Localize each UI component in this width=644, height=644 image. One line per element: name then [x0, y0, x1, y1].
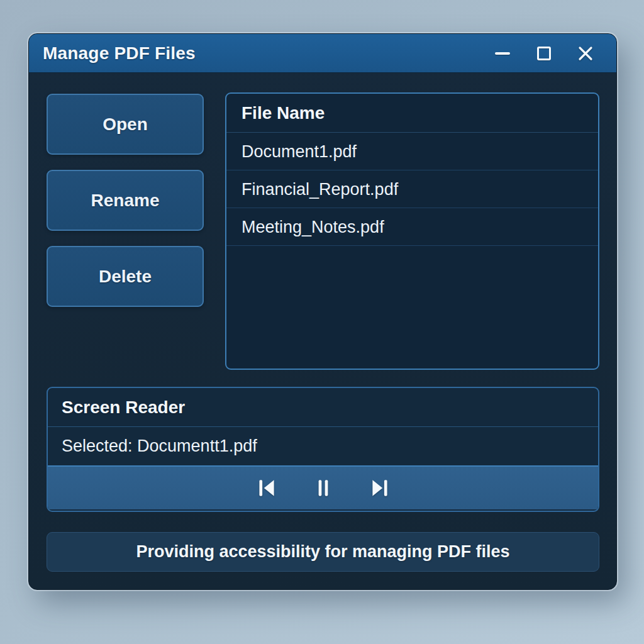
close-button[interactable] — [565, 34, 606, 73]
screen-reader-selected-text: Selected: Documentt1.pdf — [48, 427, 598, 465]
file-row[interactable]: Meeting_Notes.pdf — [226, 208, 598, 246]
skip-previous-icon — [255, 476, 279, 500]
rename-button[interactable]: Rename — [47, 170, 204, 231]
app-window: Manage PDF Files Open Rename Delete File… — [28, 33, 617, 590]
file-list: File Name Document1.pdf Financial_Report… — [225, 92, 599, 370]
file-row[interactable]: Document1.pdf — [226, 133, 598, 170]
screen-reader-panel: Screen Reader Selected: Documentt1.pdf — [47, 387, 599, 512]
file-row[interactable]: Financial_Report.pdf — [226, 170, 598, 208]
window-controls — [482, 34, 616, 73]
status-message: Providing accessibility for managing PDF… — [136, 542, 509, 562]
file-list-header: File Name — [226, 94, 598, 133]
maximize-button[interactable] — [523, 34, 565, 73]
window-title: Manage PDF Files — [29, 43, 196, 64]
title-bar[interactable]: Manage PDF Files — [29, 34, 616, 73]
close-icon — [577, 45, 594, 62]
skip-previous-button[interactable] — [253, 474, 280, 502]
skip-next-button[interactable] — [366, 474, 394, 502]
media-control-bar — [48, 465, 598, 509]
pause-button[interactable] — [309, 474, 337, 502]
status-bar: Providing accessibility for managing PDF… — [47, 532, 599, 572]
minimize-button[interactable] — [482, 34, 523, 73]
open-button[interactable]: Open — [47, 94, 204, 155]
delete-button[interactable]: Delete — [47, 246, 204, 307]
pause-icon — [311, 476, 335, 500]
screen-reader-title: Screen Reader — [48, 388, 598, 427]
minimize-icon — [495, 52, 510, 55]
maximize-icon — [537, 47, 551, 60]
skip-next-icon — [368, 476, 392, 500]
